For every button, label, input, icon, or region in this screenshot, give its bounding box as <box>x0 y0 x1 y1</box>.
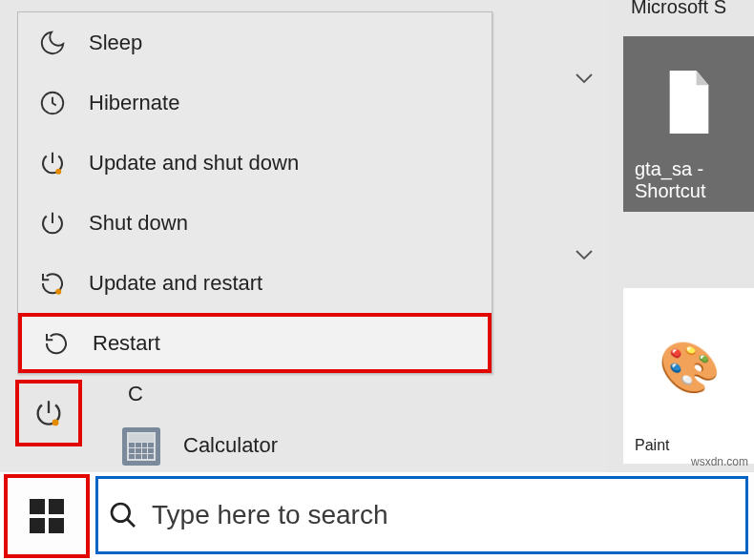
restart-icon <box>41 328 72 359</box>
svg-rect-6 <box>30 518 45 533</box>
app-list-section-letter[interactable]: C <box>128 382 143 406</box>
menu-item-label: Hibernate <box>89 91 179 115</box>
menu-item-label: Update and shut down <box>89 151 299 176</box>
document-icon <box>635 46 744 158</box>
tile-label: Paint <box>635 437 744 454</box>
power-icon <box>37 208 68 239</box>
tile-paint[interactable]: 🎨 Paint <box>623 288 754 464</box>
tile-group-label: Microsoft S <box>631 0 726 18</box>
taskbar: Type here to search <box>0 472 754 560</box>
tile-label-line1: gta_sa - <box>635 158 744 180</box>
start-button[interactable] <box>4 474 90 558</box>
power-update-icon <box>37 148 68 178</box>
start-menu-area: Sleep Hibernate Update and shut down <box>0 0 607 472</box>
chevron-down-icon[interactable] <box>573 67 596 90</box>
menu-item-restart[interactable]: Restart <box>18 313 492 373</box>
menu-item-shutdown[interactable]: Shut down <box>18 193 492 253</box>
power-update-icon <box>32 397 65 429</box>
moon-icon <box>37 28 68 58</box>
clock-icon <box>37 88 68 118</box>
paint-icon: 🎨 <box>635 298 744 437</box>
search-icon <box>108 500 138 530</box>
rail-power-button[interactable] <box>15 380 82 446</box>
menu-item-hibernate[interactable]: Hibernate <box>18 73 492 133</box>
search-placeholder: Type here to search <box>152 500 387 530</box>
watermark: wsxdn.com <box>691 455 748 468</box>
menu-item-label: Update and restart <box>89 271 262 296</box>
menu-item-label: Sleep <box>89 31 142 55</box>
svg-point-8 <box>112 504 130 522</box>
chevron-down-icon[interactable] <box>573 243 596 266</box>
power-context-menu: Sleep Hibernate Update and shut down <box>17 11 492 374</box>
svg-point-2 <box>55 288 61 294</box>
start-tiles-column: Microsoft S gta_sa - Shortcut 🎨 Paint <box>607 0 754 472</box>
windows-icon <box>28 497 66 535</box>
svg-point-1 <box>55 168 61 174</box>
taskbar-search[interactable]: Type here to search <box>95 476 748 554</box>
calculator-label[interactable]: Calculator <box>183 433 278 458</box>
svg-rect-4 <box>30 499 45 514</box>
menu-item-label: Shut down <box>89 211 188 236</box>
calculator-icon[interactable] <box>122 427 160 466</box>
svg-rect-7 <box>49 518 64 533</box>
menu-item-update-restart[interactable]: Update and restart <box>18 253 492 313</box>
menu-item-label: Restart <box>93 331 160 356</box>
menu-item-sleep[interactable]: Sleep <box>18 12 492 73</box>
svg-point-3 <box>52 420 59 426</box>
restart-update-icon <box>37 268 68 299</box>
menu-item-update-shutdown[interactable]: Update and shut down <box>18 133 492 193</box>
tile-label-line2: Shortcut <box>635 180 744 202</box>
svg-rect-5 <box>49 499 64 514</box>
tile-shortcut[interactable]: gta_sa - Shortcut <box>623 36 754 212</box>
